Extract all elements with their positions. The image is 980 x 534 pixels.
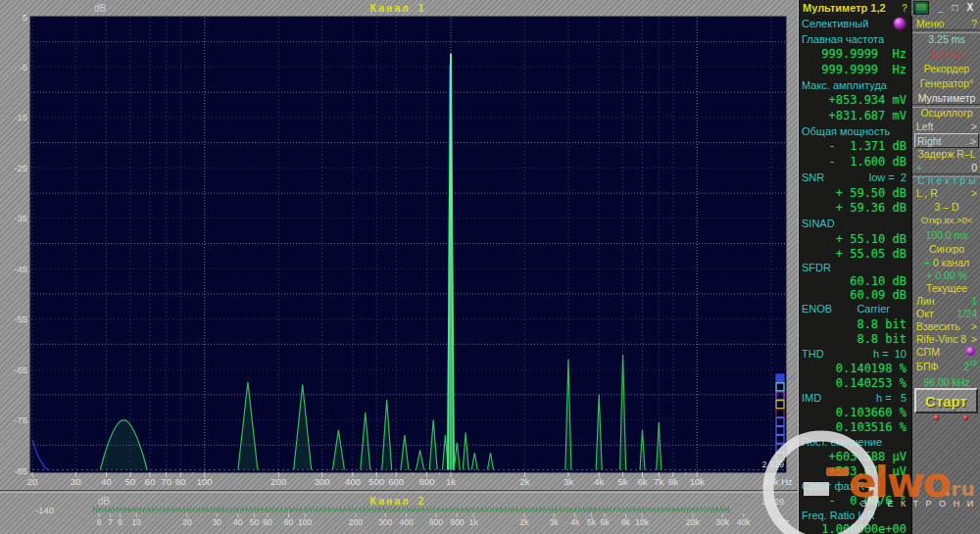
channel-2-spectrum-chart[interactable]: dBКанал 2-140678102030405060801002003004… [0, 493, 795, 534]
stat-value-text: 8.8 bit [799, 317, 911, 331]
menu-item-0-канал[interactable]: + 0 канал [914, 256, 979, 268]
stat-label: Главная частота [799, 32, 911, 46]
legend-lr-label: LR [787, 374, 795, 381]
stat-value: 0.140198 % [799, 362, 911, 375]
stat-label: SINAD [799, 217, 911, 230]
panel-titlebar: Мультиметр 1,2 ? [799, 0, 911, 16]
ch2-x-tick-label: 20 [182, 517, 192, 527]
x-tick-label: 70 [161, 476, 172, 487]
stat-value-text: 8.8 bit [799, 332, 911, 346]
menu-item-рекордер[interactable]: Рекордер [914, 62, 979, 74]
menu-item-[interactable]: +0 [914, 161, 979, 173]
x-axis-unit: Hz [781, 476, 793, 487]
stat-value-text: - 0.0076 ° [799, 494, 911, 508]
menu-item-текущее[interactable]: Текущее [914, 281, 979, 294]
ch2-y-axis-unit: dB [98, 496, 111, 507]
stat-value: 999.9999 Hz [799, 63, 911, 76]
menu-item-взвесить[interactable]: Взвесить> [914, 319, 979, 332]
stat-label: Freq. Ratio L/R [799, 509, 911, 522]
menu-item-лин[interactable]: Лин1 [914, 294, 979, 307]
menu-item-мультиметр[interactable]: Мультиметр [914, 91, 979, 104]
stat-label: IMDh = 5 [799, 391, 911, 405]
close-button[interactable]: X [967, 1, 974, 15]
y-tick-label: -45 [14, 264, 27, 274]
start-button[interactable]: Старт [914, 388, 978, 413]
y-tick-label: -15 [14, 112, 27, 122]
menu-item-100-0-ms[interactable]: 100.0 ms [914, 228, 979, 241]
y-tick-label: -25 [14, 163, 27, 173]
stat-value-text: 0.103516 % [799, 420, 911, 434]
maximize-button[interactable]: □ [953, 1, 958, 15]
menu-item-бпф[interactable]: БПФ215 [914, 360, 979, 372]
channel-1-title: Канал 1 [370, 2, 426, 15]
stat-value: +853.934 mV [799, 93, 911, 107]
menu-item-с-п-е-к-т-р-ы[interactable]: С п е к т р ы [914, 173, 979, 186]
menu-item-l-r[interactable]: L , R> [914, 186, 979, 199]
menu-item-3-25-ms[interactable]: 3.25 ms [914, 32, 979, 45]
stat-label-text: SNR [799, 171, 824, 183]
stat-label: Пост. смещение [799, 435, 911, 449]
menu-item-label: Откр.вх.>0< [921, 215, 973, 225]
stat-label-text: Селективный [799, 18, 868, 29]
menu-item-3-d[interactable]: 3 – D [914, 200, 979, 213]
menu-item-осциллогр[interactable]: Осциллогр [914, 106, 979, 119]
menu-item-меню[interactable]: Меню? [914, 17, 979, 29]
menu-item-спм[interactable]: СПМ [914, 345, 979, 358]
ch2-x-tick-label: 6 [97, 517, 102, 527]
menu-item-0-00[interactable]: + 0.00 % [914, 268, 979, 281]
x-tick-label: 600 [388, 476, 404, 487]
stat-value: + 55.05 dB [799, 247, 911, 261]
y-tick-label: -85 [14, 465, 27, 476]
menu-item-откр-вх-0[interactable]: Откр.вх.>0< [914, 214, 979, 226]
stat-label-right: Carrier [857, 303, 911, 315]
stat-value-text: +583.677 µV [799, 464, 911, 478]
stat-label-text: Главная частота [799, 33, 884, 45]
x-tick-label: 20 [27, 476, 38, 487]
menu-item-value: > [971, 320, 977, 332]
menu-item-96-00-khz[interactable]: 96.00 kHz [914, 375, 979, 388]
menu-item-right[interactable]: Right> [914, 133, 979, 148]
stat-value-text: +853.934 mV [799, 93, 911, 107]
legend-swatch[interactable] [776, 374, 784, 382]
stat-value-text: 1.000000e+00 [799, 522, 911, 534]
menu-item-value: > [971, 187, 977, 199]
menu-item-109-ms[interactable]: 109 ms [914, 47, 979, 60]
menu-item-label: + [916, 162, 922, 173]
x-tick-label: 300 [315, 476, 330, 487]
plot-area[interactable] [30, 17, 786, 472]
menu-item-label: Рекордер [924, 63, 969, 74]
menu-item-rife-vinc-8[interactable]: Rife-Vinc 8> [914, 332, 979, 345]
stat-value-text: 0.103660 % [799, 406, 911, 419]
stat-label-text: ENOB [799, 303, 832, 315]
menu-item-label: Окт [916, 308, 934, 319]
stat-label: Общая мощность [799, 124, 911, 138]
menu-item-синхро[interactable]: Синхро [914, 242, 979, 255]
ch2-x-tick-label: 5k [587, 517, 597, 527]
menu-item-value: > [971, 333, 977, 345]
menu-item-генератор[interactable]: Генератор° [914, 76, 979, 89]
stat-value-text: + 59.50 dB [799, 186, 911, 200]
minimize-button[interactable]: _ [938, 1, 944, 15]
x-tick-label: 800 [419, 476, 435, 487]
selective-led[interactable] [894, 18, 906, 29]
ch2-x-tick-label: 200 [349, 517, 363, 527]
stat-label: Сдвиг фаз R–L [799, 479, 911, 493]
ch2-x-tick-label: 300 [378, 517, 392, 527]
channel-2-title: Канал 2 [370, 495, 426, 508]
stat-value-text: 0.140253 % [799, 376, 911, 390]
menu-item-окт[interactable]: Окт1/24 [914, 307, 979, 319]
stat-value: 60.10 dB [799, 274, 911, 288]
stat-value-text: - 1.600 dB [799, 155, 911, 169]
stat-value-text: + 55.05 dB [799, 247, 911, 261]
ch2-x-tick-label: 60 [263, 517, 272, 527]
stat-label-text: Пост. смещение [799, 436, 882, 448]
x-tick-label: 40 [101, 476, 112, 487]
help-icon[interactable]: ? [902, 3, 907, 14]
x-tick-label: 1k [446, 476, 456, 487]
channel-1-spectrum-chart[interactable]: 203040506070801002003004005006008001k2k3… [0, 0, 795, 496]
stat-value: +603.588 µV [799, 450, 911, 463]
stat-label: ENOBCarrier [799, 302, 911, 316]
menu-item-left[interactable]: Left> [914, 120, 979, 132]
menu-item-задерж-r-l[interactable]: Задерж R–L [914, 147, 979, 160]
stat-label: Селективный [799, 17, 911, 30]
